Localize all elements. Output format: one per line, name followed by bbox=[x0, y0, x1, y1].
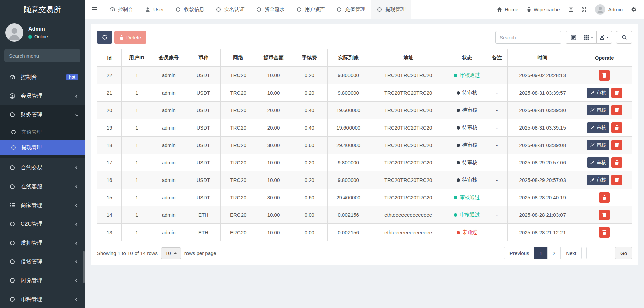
table-search-input[interactable] bbox=[495, 31, 561, 44]
row-delete-button[interactable] bbox=[611, 88, 622, 98]
cell-fee: 0.40 bbox=[291, 102, 327, 119]
tab-label: 资金流水 bbox=[265, 6, 285, 13]
cell-actual: 29.400000 bbox=[327, 189, 369, 206]
brand-title: 随意交易所 bbox=[0, 0, 85, 19]
sidebar-item-finance[interactable]: 财务管理 bbox=[0, 105, 85, 124]
sidebar-subitem-recharge[interactable]: 充值管理 bbox=[0, 124, 85, 140]
home-label: Home bbox=[505, 7, 518, 12]
audit-button[interactable]: 审核 bbox=[587, 105, 609, 115]
status-dot-icon bbox=[454, 196, 457, 199]
sidebar-item-console[interactable]: 控制台hot bbox=[0, 68, 85, 87]
pagination-page-1[interactable]: 1 bbox=[534, 247, 547, 259]
table-row[interactable]: 221adminUSDTTRC2010.000.209.800000TRC20T… bbox=[97, 67, 632, 84]
sidebar-item-label: 闪兑管理 bbox=[21, 277, 71, 284]
tab-withdraw[interactable]: 提现管理 bbox=[371, 0, 411, 19]
sidebar-subitem-withdraw[interactable]: 提现管理 bbox=[0, 140, 85, 155]
cell-status: 未通过 bbox=[447, 224, 486, 241]
hamburger-menu-icon[interactable] bbox=[85, 0, 104, 19]
page-content: Delete bbox=[85, 19, 644, 308]
wipe-cache-link[interactable]: Wipe cache bbox=[523, 0, 564, 19]
detail-view-button[interactable] bbox=[566, 31, 581, 44]
magic-wand-icon bbox=[590, 160, 595, 165]
circle-o-icon bbox=[377, 7, 382, 12]
cell-operate bbox=[577, 224, 632, 241]
pagination-next[interactable]: Next bbox=[560, 247, 582, 259]
page-size-dropdown[interactable]: 10 bbox=[161, 247, 181, 259]
cell-address: TRC20TRC20TRC20 bbox=[369, 102, 447, 119]
hot-badge: hot bbox=[66, 74, 78, 80]
audit-button[interactable]: 审核 bbox=[587, 157, 609, 168]
sidebar-item-contract[interactable]: 合约交易 bbox=[0, 158, 85, 177]
status-badge: 待审核 bbox=[457, 90, 477, 96]
sidebar-item-coin[interactable]: 币种管理 bbox=[0, 290, 85, 308]
cell-network: TRC20 bbox=[221, 189, 256, 206]
tab-user-assets[interactable]: 用户资产 bbox=[290, 0, 331, 19]
audit-button[interactable]: 审核 bbox=[587, 140, 609, 150]
rows-per-page-label: rows per page bbox=[184, 250, 216, 256]
row-delete-button[interactable] bbox=[611, 157, 622, 168]
audit-button[interactable]: 审核 bbox=[587, 175, 609, 185]
table-row[interactable]: 171adminUSDTTRC2010.000.209.800000TRC20T… bbox=[97, 154, 632, 171]
tab-payment-info[interactable]: 收款信息 bbox=[170, 0, 210, 19]
row-delete-button[interactable] bbox=[599, 192, 610, 203]
columns-button[interactable] bbox=[581, 31, 597, 44]
row-delete-button[interactable] bbox=[611, 140, 622, 150]
table-row[interactable]: 131adminETHERC2010.000.000.002156ethteee… bbox=[97, 224, 632, 241]
export-button[interactable] bbox=[596, 31, 612, 44]
status-badge: 审核通过 bbox=[454, 212, 480, 218]
cell-remark bbox=[486, 67, 508, 84]
sidebar-item-merchant[interactable]: 商家管理 bbox=[0, 196, 85, 215]
cell-remark: - bbox=[486, 171, 508, 189]
fullscreen-button[interactable] bbox=[578, 0, 591, 19]
page-go-button[interactable]: Go bbox=[615, 247, 632, 259]
table-row[interactable]: 201adminUSDTTRC2020.000.4019.600000TRC20… bbox=[97, 102, 632, 119]
pagination-previous[interactable]: Previous bbox=[504, 247, 534, 259]
table-row[interactable]: 181adminUSDTTRC2030.000.6029.400000TRC20… bbox=[97, 137, 632, 154]
cell-user-id: 1 bbox=[122, 224, 152, 241]
table-row[interactable]: 141adminETHERC2010.000.000.002156ethteee… bbox=[97, 206, 632, 224]
home-link[interactable]: Home bbox=[493, 0, 523, 19]
row-delete-button[interactable] bbox=[599, 210, 610, 220]
audit-button[interactable]: 审核 bbox=[587, 88, 609, 98]
person-silhouette-icon bbox=[9, 28, 20, 40]
menu-search-input[interactable] bbox=[9, 53, 76, 59]
advanced-search-button[interactable] bbox=[616, 31, 632, 44]
tab-kyc[interactable]: 实名认证 bbox=[210, 0, 250, 19]
refresh-frame-button[interactable] bbox=[564, 0, 578, 19]
table-row[interactable]: 161adminUSDTTRC2010.000.209.800000TRC20T… bbox=[97, 171, 632, 189]
sidebar-item-c2c[interactable]: C2C管理 bbox=[0, 215, 85, 234]
sidebar-item-members[interactable]: 会员管理 bbox=[0, 87, 85, 105]
settings-button[interactable] bbox=[627, 0, 641, 19]
cell-user-id: 1 bbox=[122, 206, 152, 224]
row-delete-button[interactable] bbox=[611, 122, 622, 133]
cell-remark: - bbox=[486, 154, 508, 171]
cell-time: 2025-08-31 03:39:57 bbox=[508, 84, 577, 102]
tab-console[interactable]: 控制台 bbox=[104, 0, 139, 19]
column-header: 地址 bbox=[369, 49, 447, 67]
sidebar-scrollbar[interactable] bbox=[83, 251, 85, 283]
sidebar-item-flash-swap[interactable]: 闪兑管理 bbox=[0, 271, 85, 290]
trash-icon bbox=[615, 143, 619, 147]
row-delete-button[interactable] bbox=[611, 175, 622, 185]
cell-id: 19 bbox=[97, 119, 122, 137]
row-delete-button[interactable] bbox=[611, 105, 622, 115]
online-label: Online bbox=[34, 34, 48, 39]
audit-button[interactable]: 审核 bbox=[587, 122, 609, 133]
row-delete-button[interactable] bbox=[599, 227, 610, 238]
refresh-button[interactable] bbox=[97, 31, 112, 44]
tab-fund-flow[interactable]: 资金流水 bbox=[250, 0, 290, 19]
pagination-page-2[interactable]: 2 bbox=[547, 247, 561, 259]
sidebar-item-support[interactable]: 在线客服 bbox=[0, 177, 85, 196]
table-row[interactable]: 211adminUSDTTRC2010.000.209.800000TRC20T… bbox=[97, 84, 632, 102]
cell-id: 20 bbox=[97, 102, 122, 119]
delete-button[interactable]: Delete bbox=[114, 31, 146, 44]
tab-recharge[interactable]: 充值管理 bbox=[331, 0, 371, 19]
tab-user[interactable]: User bbox=[139, 0, 170, 19]
admin-menu[interactable]: Admin bbox=[591, 0, 627, 19]
sidebar-item-pledge[interactable]: 质押管理 bbox=[0, 234, 85, 252]
table-row[interactable]: 191adminUSDTTRC2020.000.4019.600000TRC20… bbox=[97, 119, 632, 137]
sidebar-item-loan[interactable]: 借贷管理 bbox=[0, 252, 85, 271]
table-row[interactable]: 151adminUSDTTRC2030.000.6029.400000TRC20… bbox=[97, 189, 632, 206]
row-delete-button[interactable] bbox=[599, 70, 610, 81]
page-jump-input[interactable] bbox=[586, 247, 610, 259]
